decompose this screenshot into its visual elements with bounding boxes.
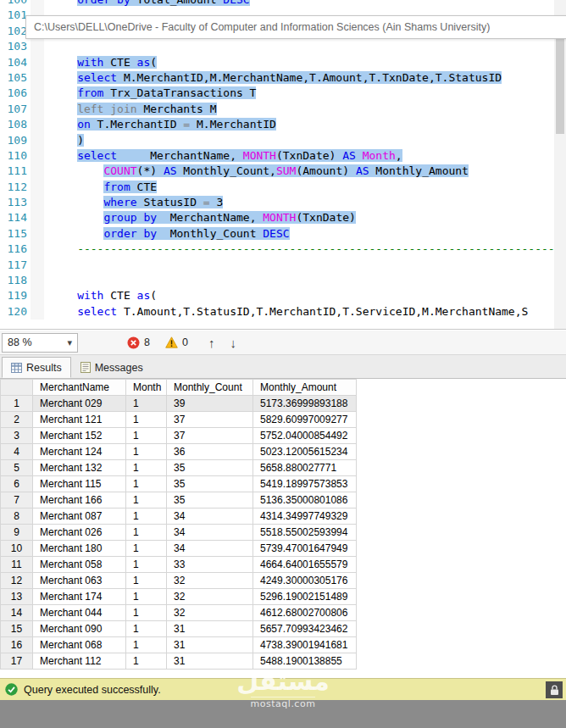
cell[interactable]: 1 — [126, 653, 167, 670]
table-row[interactable]: 1Merchant 0291395173.36999893188 — [1, 396, 357, 412]
cell[interactable]: Merchant 174 — [33, 589, 126, 605]
code-line-109[interactable]: 109) — [0, 133, 566, 148]
nav-up-button[interactable]: ↑ — [208, 336, 215, 350]
cell[interactable]: 1 — [126, 573, 167, 589]
column-header-merchantname[interactable]: MerchantName — [33, 380, 126, 396]
cell[interactable]: 1 — [126, 525, 167, 541]
cell[interactable]: 31 — [167, 637, 253, 653]
line-number[interactable]: 114 — [0, 210, 31, 225]
table-row[interactable]: 15Merchant 0901315657.70993423462 — [1, 621, 357, 637]
cell[interactable]: 5136.35000801086 — [253, 492, 357, 508]
cell[interactable]: 34 — [167, 508, 253, 525]
line-number[interactable]: 100 — [0, 0, 31, 8]
row-number-cell[interactable]: 8 — [1, 508, 33, 525]
code-line-120[interactable]: 120select T.Amount,T.StatusID,T.Merchant… — [0, 304, 566, 320]
table-row[interactable]: 2Merchant 1211375829.60997009277 — [1, 412, 357, 428]
cell[interactable]: 5023.12005615234 — [253, 444, 357, 460]
row-number-cell[interactable]: 12 — [1, 573, 33, 589]
cell[interactable]: 33 — [167, 557, 253, 573]
cell[interactable]: 1 — [126, 557, 167, 573]
table-row[interactable]: 14Merchant 0441324612.68002700806 — [1, 605, 357, 621]
table-row[interactable]: 10Merchant 1801345739.47001647949 — [1, 541, 357, 557]
cell[interactable]: 35 — [167, 476, 253, 492]
line-number[interactable]: 106 — [0, 86, 31, 101]
line-number[interactable]: 115 — [0, 226, 31, 242]
cell[interactable]: 1 — [126, 396, 167, 412]
row-number-cell[interactable]: 6 — [1, 476, 33, 492]
row-number-cell[interactable]: 16 — [1, 637, 33, 653]
cell[interactable]: 1 — [126, 621, 167, 637]
cell[interactable]: 36 — [167, 444, 253, 460]
table-row[interactable]: 12Merchant 0631324249.30000305176 — [1, 573, 357, 589]
cell[interactable]: 1 — [126, 412, 167, 428]
table-row[interactable]: 13Merchant 1741325296.19002151489 — [1, 589, 357, 605]
line-number[interactable]: 120 — [0, 304, 31, 320]
code-line-119[interactable]: 119with CTE as( — [0, 288, 566, 303]
cell[interactable]: 32 — [167, 605, 253, 621]
cell[interactable]: 1 — [126, 541, 167, 557]
cell[interactable]: 4249.30000305176 — [253, 573, 357, 589]
cell[interactable]: 5752.04000854492 — [253, 428, 357, 444]
cell[interactable]: Merchant 180 — [33, 541, 126, 557]
cell[interactable]: Merchant 044 — [33, 605, 126, 621]
cell[interactable]: Merchant 058 — [33, 557, 126, 573]
line-number[interactable]: 107 — [0, 102, 31, 117]
row-number-cell[interactable]: 9 — [1, 525, 33, 541]
line-number[interactable]: 108 — [0, 117, 31, 132]
code-line-100[interactable]: 100order by Total_Amount DESC — [0, 0, 566, 8]
line-number[interactable]: 113 — [0, 195, 31, 210]
cell[interactable]: 31 — [167, 653, 253, 670]
row-number-cell[interactable]: 7 — [1, 492, 33, 508]
cell[interactable]: 35 — [167, 492, 253, 508]
code-line-113[interactable]: 113where StatusID = 3 — [0, 195, 566, 210]
column-header-monthly_amount[interactable]: Monthly_Amount — [253, 380, 357, 396]
table-row[interactable]: 9Merchant 0261345518.55002593994 — [1, 525, 357, 541]
line-number[interactable]: 118 — [0, 273, 31, 288]
row-number-cell[interactable]: 1 — [1, 396, 33, 412]
row-number-cell[interactable]: 4 — [1, 444, 33, 460]
cell[interactable]: 1 — [126, 460, 167, 476]
row-number-cell[interactable]: 17 — [1, 653, 33, 670]
cell[interactable]: 1 — [126, 428, 167, 444]
cell[interactable]: Merchant 063 — [33, 573, 126, 589]
cell[interactable]: 5739.47001647949 — [253, 541, 357, 557]
tab-results[interactable]: Results — [2, 357, 71, 378]
cell[interactable]: 5657.70993423462 — [253, 621, 357, 637]
sql-editor[interactable]: 100order by Total_Amount DESC10110210310… — [0, 0, 566, 330]
cell[interactable]: 1 — [126, 476, 167, 492]
editor-scrollbar[interactable] — [554, 0, 566, 330]
row-number-cell[interactable]: 15 — [1, 621, 33, 637]
line-number[interactable]: 119 — [0, 288, 31, 303]
code-line-111[interactable]: 111COUNT(*) AS Monthly_Count,SUM(Amount)… — [0, 164, 566, 179]
cell[interactable]: Merchant 090 — [33, 621, 126, 637]
row-number-cell[interactable]: 3 — [1, 428, 33, 444]
cell[interactable]: 5173.36999893188 — [253, 396, 357, 412]
cell[interactable]: 1 — [126, 589, 167, 605]
cell[interactable]: 34 — [167, 541, 253, 557]
cell[interactable]: Merchant 152 — [33, 428, 126, 444]
cell[interactable]: 4314.34997749329 — [253, 508, 357, 525]
code-line-115[interactable]: 115order by Monthly_Count DESC — [0, 226, 566, 242]
table-row[interactable]: 17Merchant 1121315488.1900138855 — [1, 653, 357, 670]
table-row[interactable]: 7Merchant 1661355136.35000801086 — [1, 492, 357, 508]
line-number[interactable]: 103 — [0, 39, 31, 54]
cell[interactable]: Merchant 068 — [33, 637, 126, 653]
cell[interactable]: 1 — [126, 605, 167, 621]
code-line-114[interactable]: 114group by MerchantName, MONTH(TxnDate) — [0, 210, 566, 225]
column-header-monthly_count[interactable]: Monthly_Count — [167, 380, 253, 396]
cell[interactable]: 31 — [167, 621, 253, 637]
code-line-103[interactable]: 103 — [0, 39, 566, 54]
cell[interactable]: 37 — [167, 428, 253, 444]
code-line-112[interactable]: 112from CTE — [0, 180, 566, 195]
line-number[interactable]: 104 — [0, 55, 31, 70]
row-number-cell[interactable]: 11 — [1, 557, 33, 573]
cell[interactable]: Merchant 112 — [33, 653, 126, 670]
row-number-cell[interactable]: 10 — [1, 541, 33, 557]
code-line-110[interactable]: 110select MerchantName, MONTH(TxnDate) A… — [0, 148, 566, 164]
line-number[interactable]: 116 — [0, 242, 31, 257]
code-line-117[interactable]: 117 — [0, 258, 566, 273]
cell[interactable]: Merchant 115 — [33, 476, 126, 492]
cell[interactable]: 5488.1900138855 — [253, 653, 357, 670]
cell[interactable]: 32 — [167, 589, 253, 605]
cell[interactable]: 4612.68002700806 — [253, 605, 357, 621]
